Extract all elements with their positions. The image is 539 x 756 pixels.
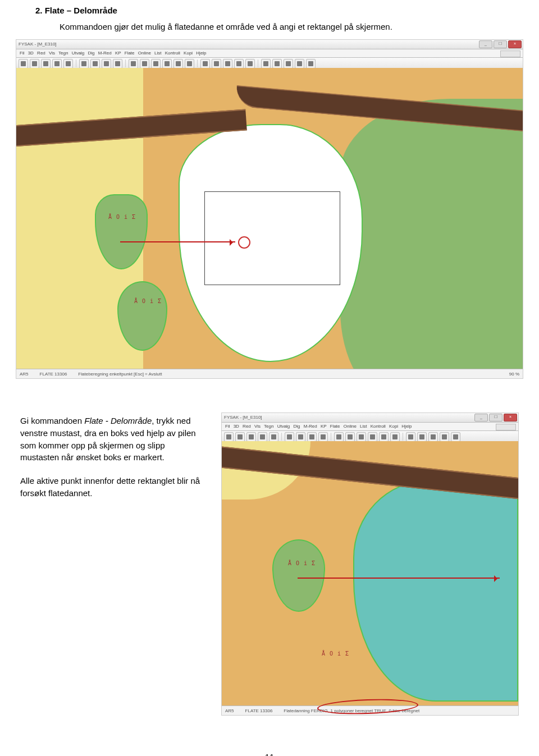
toolbar-button[interactable]: [272, 59, 282, 68]
toolbar-button[interactable]: [200, 59, 210, 68]
toolbar-button[interactable]: [41, 59, 51, 68]
map-canvas[interactable]: Å O i Σ Å O i Σ Σ: [16, 68, 523, 369]
toolbar-separator: [258, 59, 258, 67]
mdi-buttons[interactable]: [496, 424, 516, 430]
minimize-button[interactable]: _: [479, 40, 492, 48]
toolbar-button[interactable]: [63, 59, 73, 68]
toolbar-button[interactable]: [223, 59, 232, 68]
toolbar-button[interactable]: [90, 59, 100, 68]
toolbar-button[interactable]: [269, 432, 278, 442]
instruction-text: Gi kommandoen Flate - Delområde, trykk n…: [20, 413, 205, 716]
menu-bar[interactable]: Fil 3D Red Vis Tegn Utvalg Dig M-Red KP …: [222, 423, 518, 431]
toolbar-button[interactable]: [451, 432, 460, 442]
status-left: AR5: [20, 372, 29, 377]
toolbar-button[interactable]: [295, 59, 304, 68]
map-region-teal: [353, 480, 518, 702]
toolbar-button[interactable]: [52, 59, 62, 68]
map-region-green: [340, 99, 523, 379]
menu-items[interactable]: Fil 3D Red Vis Tegn Utvalg Dig M-Red KP …: [225, 424, 412, 429]
window-titlebar: FYSAK - [M_E310] _ ☐ ×: [222, 413, 518, 423]
map-canvas[interactable]: Å O i Σ Å O i Σ: [222, 441, 518, 706]
toolbar-button[interactable]: [246, 432, 256, 442]
minimize-button[interactable]: _: [474, 414, 488, 421]
toolbar-button[interactable]: [185, 59, 194, 68]
toolbar-button[interactable]: [140, 59, 149, 68]
toolbar-button[interactable]: [129, 59, 138, 68]
toolbar-separator: [76, 59, 76, 67]
close-button[interactable]: ×: [508, 40, 522, 48]
toolbar-button[interactable]: [379, 432, 389, 442]
cursor-ring-icon: [238, 236, 250, 249]
toolbar-button[interactable]: [261, 59, 271, 68]
toolbar-button[interactable]: [318, 432, 328, 442]
toolbar-button[interactable]: [368, 432, 377, 442]
toolbar-button[interactable]: [30, 59, 39, 68]
maximize-button[interactable]: ☐: [494, 40, 507, 48]
menu-items[interactable]: Fil 3D Red Vis Tegn Utvalg Dig M-Red KP …: [20, 51, 207, 56]
status-left: AR5: [225, 708, 234, 713]
status-zoom: 90 %: [509, 372, 519, 377]
toolbar-button[interactable]: [306, 59, 316, 68]
toolbar-separator: [403, 433, 403, 441]
toolbar-button[interactable]: [284, 59, 293, 68]
toolbar-button[interactable]: [285, 432, 294, 442]
map-node-marker: Å O i Σ: [322, 650, 349, 657]
toolbar-button[interactable]: [406, 432, 415, 442]
toolbar-button[interactable]: [428, 432, 438, 442]
toolbar-button[interactable]: [162, 59, 172, 68]
map-node-marker: Å O i Σ: [108, 214, 136, 220]
status-object: FLATE 13306: [245, 708, 273, 713]
toolbar-separator: [331, 433, 331, 441]
toolbar-button[interactable]: [440, 432, 449, 442]
toolbar-button[interactable]: [235, 432, 245, 442]
map-patch-green: [272, 539, 325, 612]
window-title: FYSAK - [M_E310]: [224, 415, 262, 420]
toolbar-button[interactable]: [258, 432, 267, 442]
selection-rectangle: [204, 191, 340, 285]
toolbar-button[interactable]: [151, 59, 161, 68]
toolbar-button[interactable]: [296, 432, 305, 442]
toolbar-button[interactable]: [224, 432, 234, 442]
toolbar-button[interactable]: [357, 432, 366, 442]
menu-bar[interactable]: Fil 3D Red Vis Tegn Utvalg Dig M-Red KP …: [16, 49, 523, 58]
toolbar-button[interactable]: [102, 59, 111, 68]
screenshot-1: FYSAK - [M_E310] _ ☐ × Fil 3D Red Vis Te…: [16, 39, 523, 379]
para-1: Gi kommandoen Flate - Delområde, trykk n…: [20, 415, 205, 464]
toolbar-button[interactable]: [345, 432, 355, 442]
window-title: FYSAK - [M_E310]: [19, 42, 57, 47]
para-2: Alle aktive punkt innenfor dette rektang…: [20, 475, 205, 500]
command-name: Flate - Delområde: [84, 416, 152, 425]
para-1-a: Gi kommandoen: [20, 416, 84, 425]
mdi-buttons[interactable]: [500, 51, 520, 57]
toolbar-button[interactable]: [390, 432, 400, 442]
toolbar-button[interactable]: [19, 59, 28, 68]
toolbar-button[interactable]: [417, 432, 427, 442]
page-number: 11: [0, 752, 539, 756]
toolbar-button[interactable]: [307, 432, 317, 442]
toolbar-button[interactable]: [173, 59, 183, 68]
map-node-marker: Å O i Σ: [134, 298, 162, 304]
toolbar-button[interactable]: [212, 59, 221, 68]
status-bar: AR5 FLATE 13306 Flateberegning enkeltpun…: [16, 369, 523, 378]
annotation-arrow-icon: [120, 241, 235, 242]
annotation-arrow-icon: [298, 578, 500, 579]
status-object: FLATE 13306: [40, 372, 67, 377]
toolbar-button[interactable]: [113, 59, 122, 68]
toolbar-button[interactable]: [234, 59, 244, 68]
status-message: Flateberegning enkeltpunkt [Esc] = Avslu…: [78, 372, 162, 377]
map-node-marker: Å O i Σ: [288, 560, 316, 566]
section-heading: 2. Flate – Delområde: [35, 6, 539, 15]
toolbar-separator: [197, 59, 198, 67]
toolbar-button[interactable]: [79, 59, 89, 68]
toolbar-button[interactable]: [334, 432, 344, 442]
intro-paragraph: Kommandoen gjør det mulig å flatedanne e…: [60, 22, 539, 31]
screenshot-2: FYSAK - [M_E310] _ ☐ × Fil 3D Red Vis Te…: [221, 413, 519, 716]
toolbar-button[interactable]: [245, 59, 255, 68]
maximize-button[interactable]: ☐: [489, 414, 503, 421]
window-titlebar: FYSAK - [M_E310] _ ☐ ×: [16, 40, 523, 49]
toolbar-separator: [281, 433, 282, 441]
toolbar-separator: [125, 59, 126, 67]
close-button[interactable]: ×: [504, 414, 517, 421]
